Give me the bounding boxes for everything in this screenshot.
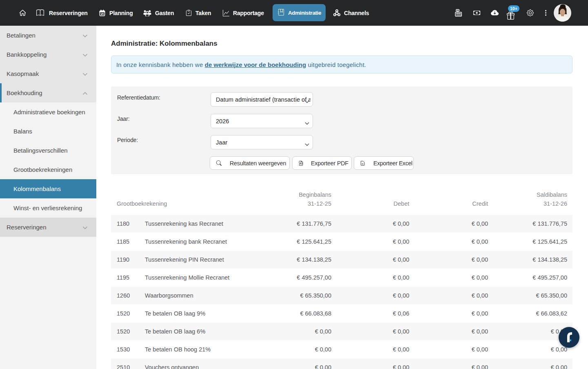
svg-text:PDF: PDF bbox=[300, 163, 303, 165]
